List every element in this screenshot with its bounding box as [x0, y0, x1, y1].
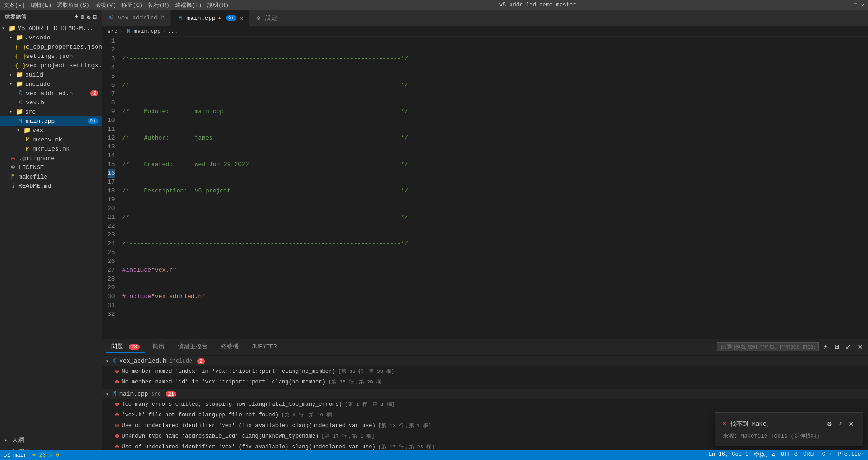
- tab-close-icon[interactable]: ✕: [239, 14, 243, 22]
- notification-expand-icon[interactable]: ›: [836, 418, 845, 429]
- statusbar-errors[interactable]: ⊗ 23 △ 0: [32, 452, 59, 459]
- sidebar-item-vex-settings[interactable]: { } vex_project_settings.json: [0, 61, 102, 70]
- sidebar-item-main-cpp[interactable]: M main.cpp 9+: [0, 116, 102, 126]
- panel-tab-terminal[interactable]: 終端機: [215, 340, 244, 353]
- chevron-down-icon: ▾: [17, 128, 21, 133]
- sidebar-root-folder[interactable]: ▾ 📁 V5_ADDR_LED_DEMO-M...: [0, 24, 102, 33]
- make-file-icon: M: [9, 173, 17, 180]
- tab-main-cpp[interactable]: M main.cpp ● 9+ ✕: [171, 10, 249, 26]
- sidebar-license-label: LICENSE: [19, 164, 44, 171]
- panel-jupyter-label: JUPYTER: [252, 343, 277, 350]
- statusbar-spaces[interactable]: 空格: 4: [754, 451, 775, 459]
- error-group-main-header[interactable]: ▾ M main.cpp src 21: [102, 389, 868, 399]
- sidebar-item-settings[interactable]: { } settings.json: [0, 51, 102, 61]
- panel-tab-problems[interactable]: 問題 23: [106, 340, 145, 353]
- error-item-2[interactable]: ⊗ No member named 'id' in 'vex::triport:…: [102, 377, 868, 387]
- statusbar-language[interactable]: C++: [822, 451, 832, 459]
- sidebar-item-vex-folder[interactable]: ▾ 📁 vex: [0, 126, 102, 135]
- sidebar-item-makefile[interactable]: M makefile: [0, 172, 102, 181]
- breadcrumb: src › M main.cpp › ...: [102, 26, 868, 37]
- sidebar-main-cpp-label: main.cpp: [26, 118, 55, 125]
- panel-problems-label: 問題: [111, 343, 123, 350]
- addrled-error-badge: 2: [90, 90, 98, 96]
- error-loc-7: [第 17 行，第 25 欄]: [378, 443, 434, 450]
- menu-item-goto[interactable]: 移至(G): [121, 1, 143, 9]
- statusbar-branch[interactable]: ⎇ main: [4, 452, 27, 459]
- sidebar-item-cpp-props[interactable]: { } c_cpp_properties.json: [0, 42, 102, 51]
- panel-maximize-icon[interactable]: ⤢: [843, 341, 853, 352]
- sidebar-header-icons[interactable]: + ⊕ ↻ ⊟: [74, 13, 97, 21]
- main-error-badge: 9+: [88, 118, 98, 124]
- titlebar-menu[interactable]: 文案(F) 編輯(E) 選取項目(S) 檢視(V) 移至(G) 執行(R) 終端…: [4, 1, 229, 9]
- menu-item-edit[interactable]: 編輯(E): [31, 1, 52, 9]
- notification-gear-icon[interactable]: ⚙: [825, 418, 834, 429]
- sidebar-outline-item[interactable]: ▸ 大綱: [5, 434, 97, 446]
- refresh-icon[interactable]: ↻: [87, 13, 91, 21]
- statusbar-position[interactable]: Ln 16, Col 1: [708, 451, 748, 459]
- sidebar-item-readme[interactable]: ℹ README.md: [0, 181, 102, 191]
- statusbar-eol[interactable]: CRLF: [803, 451, 817, 459]
- sidebar-item-vex-h[interactable]: © vex.h: [0, 98, 102, 107]
- sidebar-item-src[interactable]: ▾ 📁 src: [0, 107, 102, 116]
- statusbar: ⎇ main ⊗ 23 △ 0 Ln 16, Col 1 空格: 4 UTF-8…: [0, 450, 868, 460]
- window-close[interactable]: ✕: [861, 2, 864, 9]
- tab-vex-addrled[interactable]: © vex_addrled.h: [102, 10, 171, 26]
- error-circle-icon: ⊗: [115, 400, 119, 408]
- error-loc-2: [第 35 行，第 20 欄]: [328, 378, 384, 385]
- titlebar-controls[interactable]: ─ □ ✕: [847, 2, 864, 9]
- breadcrumb-rest[interactable]: ...: [168, 28, 178, 35]
- menu-item-run[interactable]: 執行(R): [148, 1, 170, 9]
- panel-debug-label: 偵錯主控台: [178, 343, 208, 350]
- collapse-icon[interactable]: ⊟: [93, 13, 97, 21]
- sidebar-item-build[interactable]: ▸ 📁 build: [0, 70, 102, 79]
- panel-terminal-label: 終端機: [221, 343, 239, 350]
- sidebar-item-mkrules[interactable]: M mkrules.mk: [0, 144, 102, 153]
- menu-item-terminal[interactable]: 終端機(T): [175, 1, 202, 9]
- error-group-addrled-header[interactable]: ▾ © vex_addrled.h include 2: [102, 356, 868, 366]
- panel-tab-debug[interactable]: 偵錯主控台: [172, 340, 213, 353]
- new-file-icon[interactable]: +: [74, 13, 78, 21]
- menu-item-view[interactable]: 檢視(V): [95, 1, 116, 9]
- code-line-3: /* Module: main.cpp */: [122, 107, 868, 116]
- error-item-1[interactable]: ⊗ No member named 'index' in 'vex::tripo…: [102, 366, 868, 377]
- panel-tabs: 問題 23 輸出 偵錯主控台 終端機 JUPYTER ⚡ ⊟ ⤢ ✕: [102, 339, 868, 355]
- notification-header: ⊗ 找不到 Make。 ⚙ › ✕: [723, 418, 855, 429]
- sidebar-item-vex-addrled-h[interactable]: © vex_addrled.h 2: [0, 89, 102, 98]
- panel-filter-input[interactable]: [717, 342, 819, 351]
- code-line-7: /* */: [122, 213, 868, 222]
- c-file-icon: ©: [113, 358, 116, 364]
- panel-tab-output[interactable]: 輸出: [147, 340, 170, 353]
- error-item-3[interactable]: ⊗ Too many errors emitted, stopping now …: [102, 399, 868, 409]
- tab-settings[interactable]: ⚙ 設定: [249, 10, 283, 26]
- panel-output-label: 輸出: [153, 343, 165, 350]
- window-minimize[interactable]: ─: [847, 2, 850, 9]
- statusbar-right: Ln 16, Col 1 空格: 4 UTF-8 CRLF C++ Pretti…: [708, 451, 864, 459]
- breadcrumb-file[interactable]: main.cpp: [134, 28, 161, 35]
- sidebar-gitignore-label: .gitignore: [19, 155, 55, 162]
- panel-tab-jupyter[interactable]: JUPYTER: [246, 341, 283, 353]
- notification-close-icon[interactable]: ✕: [847, 418, 855, 429]
- panel-close-icon[interactable]: ✕: [856, 341, 864, 352]
- code-line-6: /* Description: V5 project */: [122, 186, 868, 195]
- breadcrumb-src[interactable]: src: [108, 28, 118, 35]
- sidebar-title: 檔案總管: [5, 13, 27, 20]
- menu-item-select[interactable]: 選取項目(S): [57, 1, 89, 9]
- filter-icon[interactable]: ⚡: [822, 341, 830, 352]
- collapse-all-icon[interactable]: ⊟: [833, 341, 841, 352]
- menu-item-help[interactable]: 說明(H): [207, 1, 229, 9]
- sidebar-item-license[interactable]: © LICENSE: [0, 163, 102, 172]
- sidebar-vex-addrled-label: vex_addrled.h: [26, 90, 73, 97]
- menu-item-file[interactable]: 文案(F): [4, 1, 25, 9]
- window-maximize[interactable]: □: [854, 2, 857, 9]
- git-file-icon: ◎: [9, 154, 17, 162]
- sidebar-item-gitignore[interactable]: ◎ .gitignore: [0, 153, 102, 163]
- sidebar-item-vscode[interactable]: ▾ 📁 .vscode: [0, 33, 102, 42]
- new-folder-icon[interactable]: ⊕: [81, 13, 85, 21]
- error-loc-4: [第 9 行，第 10 欄]: [281, 411, 334, 418]
- error-circle-icon: ⊗: [115, 411, 119, 419]
- notification-controls[interactable]: ⚙ › ✕: [825, 418, 855, 429]
- sidebar-item-include[interactable]: ▾ 📁 include: [0, 79, 102, 89]
- sidebar-item-mkenv[interactable]: M mkenv.mk: [0, 135, 102, 144]
- statusbar-formatter[interactable]: Prettier: [837, 451, 864, 459]
- statusbar-encoding[interactable]: UTF-8: [781, 451, 798, 459]
